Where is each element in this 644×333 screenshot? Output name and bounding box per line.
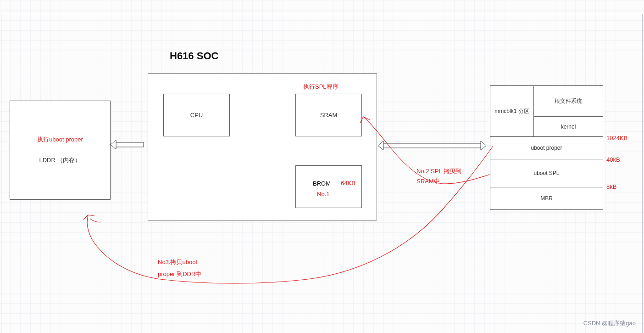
emmc-mmc: mmcblk1 分区	[490, 85, 534, 137]
frame-left	[1, 14, 1, 333]
emmc-uboot-spl: uboot SPL	[490, 159, 603, 187]
emmc-mbr: MBR	[490, 187, 603, 210]
soc-title: H616 SOC	[170, 50, 218, 62]
attribution: CSDN @程序猿gao	[583, 319, 636, 327]
emmc-uboot-proper: uboot proper	[490, 136, 603, 159]
sram-box: SRAM	[295, 94, 362, 136]
freehand-no3	[69, 142, 495, 289]
size-8: 8kB	[606, 183, 616, 191]
frame-top	[0, 14, 644, 14]
spl-exec-label: 执行SPL程序	[303, 83, 339, 91]
frame-right	[642, 14, 643, 333]
emmc-kernel: kernel	[533, 116, 603, 137]
cpu-box: CPU	[163, 94, 230, 136]
size-40: 40kB	[606, 156, 620, 164]
size-1024: 1024KB	[606, 135, 627, 142]
emmc-rootfs: 根文件系统	[533, 85, 603, 117]
